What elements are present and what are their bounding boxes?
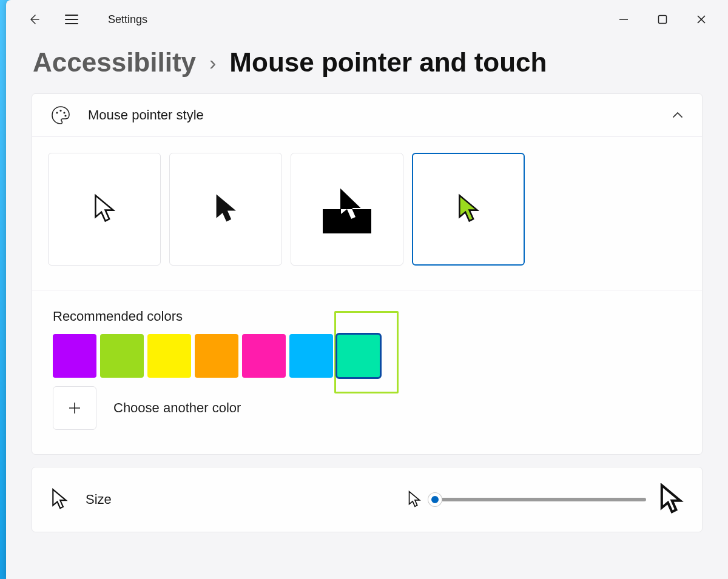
app-title: Settings bbox=[108, 13, 147, 26]
palette-icon bbox=[50, 105, 71, 126]
color-swatch[interactable] bbox=[100, 334, 144, 378]
choose-color-label: Choose another color bbox=[113, 400, 241, 416]
svg-point-1 bbox=[56, 112, 58, 113]
cursor-black-icon bbox=[214, 193, 238, 225]
pointer-style-header[interactable]: Mouse pointer style bbox=[32, 94, 702, 136]
size-slider[interactable] bbox=[434, 498, 646, 501]
pointer-style-options bbox=[32, 136, 702, 290]
cursor-min-icon bbox=[407, 490, 422, 509]
page-title: Mouse pointer and touch bbox=[229, 47, 547, 78]
chevron-right-icon: › bbox=[209, 51, 216, 75]
nav-menu-button[interactable] bbox=[59, 7, 84, 32]
close-button[interactable] bbox=[690, 8, 712, 30]
svg-point-3 bbox=[63, 112, 65, 113]
cursor-small-icon bbox=[50, 488, 69, 511]
color-swatch[interactable] bbox=[53, 334, 96, 378]
chevron-up-icon bbox=[672, 111, 684, 119]
color-swatch-row bbox=[53, 334, 681, 378]
svg-rect-5 bbox=[323, 209, 371, 233]
back-button[interactable] bbox=[22, 7, 46, 32]
pointer-style-custom[interactable] bbox=[412, 153, 525, 266]
pointer-style-white[interactable] bbox=[48, 153, 161, 266]
pointer-style-label: Mouse pointer style bbox=[88, 107, 204, 123]
titlebar: Settings bbox=[6, 0, 728, 39]
settings-window: Settings Accessibility › Mouse pointer a… bbox=[6, 0, 728, 579]
close-icon bbox=[696, 15, 706, 24]
recommended-colors-section: Recommended colors Choose another color bbox=[32, 290, 702, 454]
pointer-style-black[interactable] bbox=[169, 153, 282, 266]
cursor-custom-icon bbox=[456, 193, 480, 225]
color-swatch[interactable] bbox=[337, 334, 380, 378]
color-swatch[interactable] bbox=[289, 334, 333, 378]
window-controls bbox=[613, 8, 723, 30]
pointer-style-card: Mouse pointer style bbox=[32, 93, 703, 455]
maximize-icon bbox=[658, 15, 667, 24]
cursor-max-icon bbox=[658, 483, 684, 516]
cursor-white-icon bbox=[92, 193, 116, 225]
breadcrumb-parent[interactable]: Accessibility bbox=[33, 47, 196, 78]
plus-icon bbox=[67, 401, 82, 415]
svg-point-4 bbox=[64, 115, 66, 116]
size-slider-thumb[interactable] bbox=[428, 493, 442, 506]
pointer-style-inverted[interactable] bbox=[291, 153, 403, 266]
cursor-inverted-icon bbox=[311, 185, 383, 233]
maximize-button[interactable] bbox=[652, 8, 673, 30]
back-arrow-icon bbox=[28, 13, 40, 25]
size-label: Size bbox=[86, 492, 112, 507]
minimize-button[interactable] bbox=[613, 8, 635, 30]
minimize-icon bbox=[619, 15, 629, 24]
color-swatch[interactable] bbox=[147, 334, 191, 378]
svg-point-2 bbox=[59, 110, 61, 112]
svg-rect-0 bbox=[659, 16, 667, 24]
breadcrumb: Accessibility › Mouse pointer and touch bbox=[6, 39, 728, 93]
collapse-button[interactable] bbox=[672, 111, 684, 119]
choose-color-button[interactable] bbox=[53, 386, 96, 430]
color-swatch[interactable] bbox=[195, 334, 238, 378]
hamburger-icon bbox=[65, 14, 78, 25]
color-swatch[interactable] bbox=[242, 334, 286, 378]
pointer-size-card: Size bbox=[32, 467, 703, 532]
recommended-colors-label: Recommended colors bbox=[53, 309, 681, 324]
